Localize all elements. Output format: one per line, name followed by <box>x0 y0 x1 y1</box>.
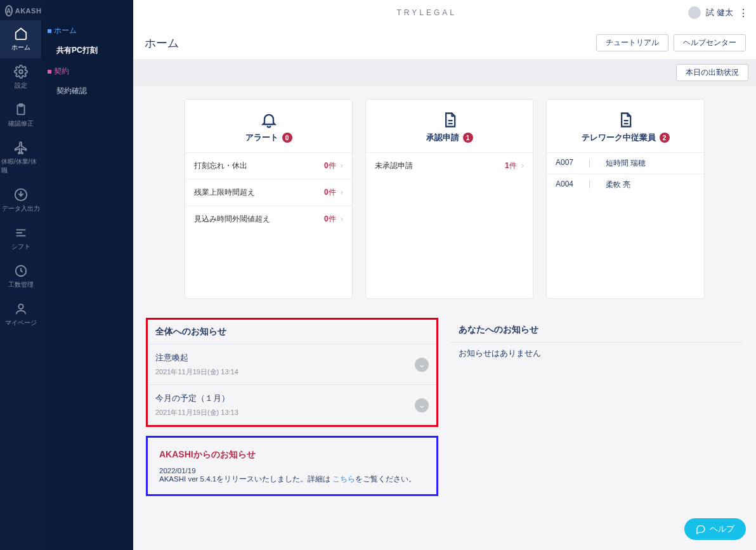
help-label: ヘルプ <box>710 523 734 535</box>
panel-notices-all: 全体へのお知らせ 注意喚起 2021年11月19日(金) 13:14 ⌄ 今月の… <box>146 318 438 427</box>
notice-item[interactable]: 注意喚起 2021年11月19日(金) 13:14 ⌄ <box>148 344 436 384</box>
home-icon <box>14 27 28 41</box>
nav-settings[interactable]: 設定 <box>0 58 41 96</box>
svg-point-0 <box>19 70 23 74</box>
notice-title: 今月の予定（１月） <box>155 393 238 404</box>
user-menu[interactable]: 試 健太 ⋮ <box>688 6 748 19</box>
nav-label: 休暇/休業/休職 <box>1 157 40 175</box>
shift-icon <box>14 226 28 240</box>
sidebar-primary: A AKASHI ホーム 設定 確認修正 休暇/休業/休職 データ入出力 シフト <box>0 0 41 550</box>
document-icon <box>616 111 634 129</box>
card-alert: アラート0 打刻忘れ・休出 0件 › 残業上限時間超え 0件 › 見込み時間外閾… <box>185 99 353 299</box>
nav-label: 工数管理 <box>8 280 34 289</box>
panel-notices-you: あなたへのお知らせ お知らせはありません <box>451 318 743 496</box>
card-approval-header: 承認申請1 <box>366 100 533 152</box>
nav-data-io[interactable]: データ入出力 <box>0 181 41 219</box>
card-title: アラート <box>245 132 278 143</box>
alert-row-threshold[interactable]: 見込み時間外閾値超え 0件 › <box>185 206 352 232</box>
emp-code: A007 <box>556 158 573 169</box>
page-title: ホーム <box>145 36 179 51</box>
help-center-button[interactable]: ヘルプセンター <box>674 34 746 51</box>
nav-label: 確認修正 <box>8 119 34 128</box>
emp-name: 柔軟 亮 <box>606 180 630 190</box>
notice-item[interactable]: 今月の予定（１月） 2021年11月19日(金) 13:13 ⌄ <box>148 384 436 425</box>
nav-home[interactable]: ホーム <box>0 20 41 58</box>
content: アラート0 打刻忘れ・休出 0件 › 残業上限時間超え 0件 › 見込み時間外閾… <box>133 86 756 550</box>
card-telework-header: テレワーク中従業員2 <box>547 100 704 152</box>
panel-title: 全体へのお知らせ <box>148 320 436 344</box>
user-name: 試 健太 <box>706 7 733 18</box>
subbar: 本日の出勤状況 <box>133 59 756 86</box>
org-name: TRYLEGAL <box>133 8 688 17</box>
kebab-icon[interactable]: ⋮ <box>738 7 748 19</box>
nav-label: ホーム <box>11 43 30 52</box>
emp-name: 短時間 瑞穂 <box>606 158 646 169</box>
row-label: 未承認申請 <box>375 160 413 171</box>
brand-logo: A AKASHI <box>0 0 41 20</box>
download-icon <box>14 188 28 202</box>
nav-mypage[interactable]: マイページ <box>0 296 41 334</box>
gear-icon <box>14 65 28 79</box>
attendance-today-button[interactable]: 本日の出勤状況 <box>676 64 748 81</box>
nav-label: マイページ <box>5 318 37 327</box>
news-link[interactable]: こちら <box>332 475 355 483</box>
badge: 1 <box>463 133 473 143</box>
sidebar-secondary: ホーム 共有PC打刻 契約 契約確認 <box>41 0 133 550</box>
news-date: 2022/01/19 <box>159 467 425 475</box>
nav-label: データ入出力 <box>2 204 40 213</box>
nav-shift[interactable]: シフト <box>0 219 41 258</box>
nav-label: 設定 <box>15 81 27 90</box>
card-alert-header: アラート0 <box>185 100 352 152</box>
user-icon <box>14 302 28 316</box>
no-notice-text: お知らせはありません <box>451 343 743 364</box>
badge: 2 <box>660 133 670 143</box>
chevron-right-icon: › <box>341 188 343 197</box>
avatar-icon <box>688 6 701 19</box>
card-title: テレワーク中従業員 <box>582 132 656 143</box>
notice-title: 注意喚起 <box>155 352 238 363</box>
tutorial-button[interactable]: チュートリアル <box>596 34 668 51</box>
page-header: ホーム チュートリアル ヘルプセンター <box>133 25 756 59</box>
chevron-down-icon[interactable]: ⌄ <box>415 358 429 372</box>
subnav-group-contract[interactable]: 契約 <box>48 66 127 77</box>
nav-manhours[interactable]: 工数管理 <box>0 258 41 296</box>
nav-label: シフト <box>11 242 30 251</box>
card-telework: テレワーク中従業員2 A007 | 短時間 瑞穂 A004 | 柔軟 亮 <box>546 99 705 299</box>
subnav-group-home[interactable]: ホーム <box>48 25 127 36</box>
notice-date: 2021年11月19日(金) 13:14 <box>155 367 238 377</box>
panel-title: あなたへのお知らせ <box>451 318 743 342</box>
row-label: 残業上限時間超え <box>194 187 255 198</box>
nav-leave[interactable]: 休暇/休業/休職 <box>0 134 41 181</box>
clock-icon <box>14 264 28 278</box>
nav-review[interactable]: 確認修正 <box>0 96 41 134</box>
badge: 0 <box>282 133 292 143</box>
main: TRYLEGAL 試 健太 ⋮ ホーム チュートリアル ヘルプセンター 本日の出… <box>133 0 756 550</box>
news-body: AKASHI ver 5.4.1をリリースいたしました。詳細は こちらをご覧くだ… <box>159 475 425 484</box>
employee-row[interactable]: A004 | 柔軟 亮 <box>547 174 704 195</box>
subnav-contract-confirm[interactable]: 契約確認 <box>48 82 127 100</box>
notice-date: 2021年11月19日(金) 13:13 <box>155 408 238 417</box>
emp-code: A004 <box>556 180 573 190</box>
document-icon <box>441 111 459 129</box>
chevron-right-icon: › <box>521 161 524 170</box>
chat-icon <box>696 524 706 534</box>
row-label: 打刻忘れ・休出 <box>194 160 247 171</box>
panel-title: AKASHIからのお知らせ <box>148 438 436 463</box>
subnav-shared-pc[interactable]: 共有PC打刻 <box>48 41 127 60</box>
panel-akashi-news: AKASHIからのお知らせ 2022/01/19 AKASHI ver 5.4.… <box>146 436 438 496</box>
alert-row-overtime[interactable]: 残業上限時間超え 0件 › <box>185 179 352 206</box>
brand-text: AKASHI <box>15 7 44 15</box>
approval-row-pending[interactable]: 未承認申請 1件 › <box>366 152 533 179</box>
help-fab[interactable]: ヘルプ <box>684 518 746 540</box>
card-approval: 承認申請1 未承認申請 1件 › <box>365 99 533 299</box>
chevron-down-icon[interactable]: ⌄ <box>415 398 429 412</box>
card-title: 承認申請 <box>426 132 459 143</box>
row-label: 見込み時間外閾値超え <box>194 214 270 225</box>
clipboard-icon <box>14 103 28 117</box>
svg-point-5 <box>18 304 23 309</box>
brand-icon: A <box>5 5 13 16</box>
employee-row[interactable]: A007 | 短時間 瑞穂 <box>547 152 704 174</box>
alert-row-missed[interactable]: 打刻忘れ・休出 0件 › <box>185 152 352 179</box>
topbar: TRYLEGAL 試 健太 ⋮ <box>133 0 756 25</box>
plane-icon <box>14 141 28 155</box>
